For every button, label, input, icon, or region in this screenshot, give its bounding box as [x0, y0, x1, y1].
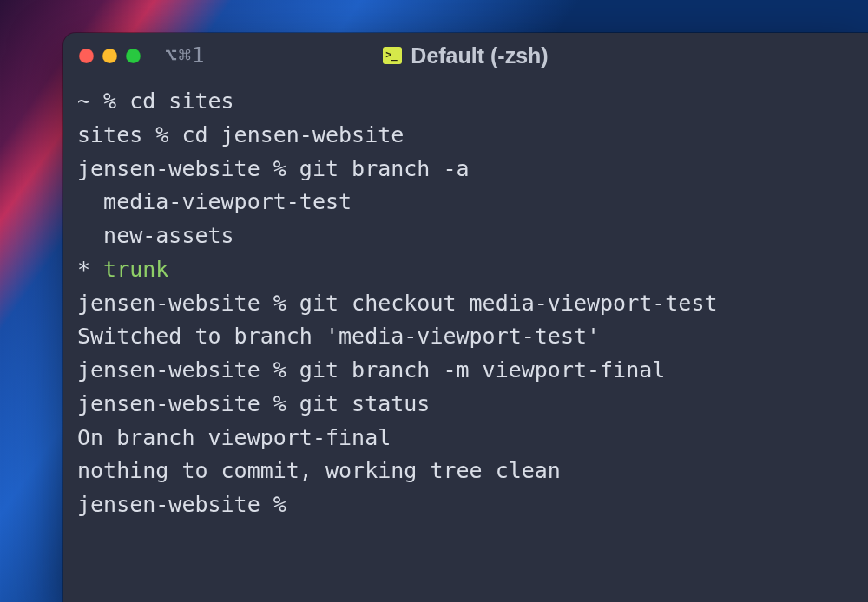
- terminal-line: jensen-website % git branch -a: [77, 153, 854, 186]
- desktop-background: ⌥⌘1 Default (-zsh) ~ % cd sitessites % c…: [0, 0, 868, 602]
- terminal-line: On branch viewport-final: [77, 422, 854, 455]
- tab-shortcut-hint: ⌥⌘1: [165, 43, 205, 68]
- zoom-button[interactable]: [126, 49, 141, 63]
- terminal-line: ~ % cd sites: [77, 85, 854, 119]
- terminal-line: jensen-website % git checkout media-view…: [77, 287, 854, 321]
- close-button[interactable]: [79, 49, 94, 63]
- terminal-icon: [383, 47, 402, 64]
- current-branch-name: trunk: [103, 257, 168, 282]
- terminal-line: jensen-website %: [77, 488, 854, 522]
- terminal-line: * trunk: [77, 253, 854, 287]
- terminal-line: Switched to branch 'media-viewport-test': [77, 320, 854, 354]
- terminal-output[interactable]: ~ % cd sitessites % cd jensen-websitejen…: [63, 78, 868, 536]
- terminal-line: jensen-website % git branch -m viewport-…: [77, 354, 854, 388]
- terminal-line: jensen-website % git status: [77, 388, 854, 422]
- traffic-lights: [79, 49, 141, 63]
- terminal-line: nothing to commit, working tree clean: [77, 455, 854, 488]
- window-title-text: Default (-zsh): [411, 43, 548, 69]
- terminal-line: sites % cd jensen-website: [77, 119, 854, 153]
- terminal-line: new-assets: [77, 219, 854, 253]
- terminal-line: media-viewport-test: [77, 186, 854, 219]
- minimize-button[interactable]: [102, 49, 117, 63]
- window-titlebar[interactable]: ⌥⌘1 Default (-zsh): [63, 33, 868, 78]
- terminal-window: ⌥⌘1 Default (-zsh) ~ % cd sitessites % c…: [63, 33, 868, 602]
